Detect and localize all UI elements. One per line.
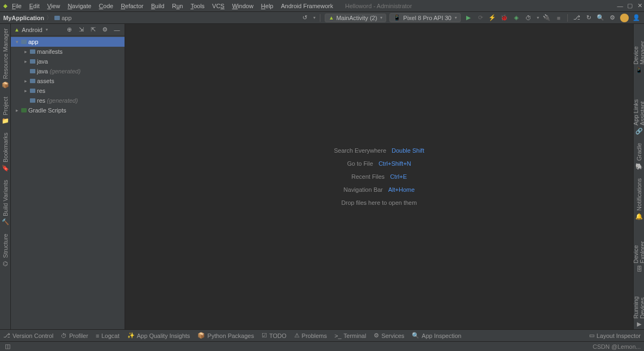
tree-item[interactable]: ▾app — [11, 37, 125, 47]
tool-windows-icon[interactable]: ◫ — [3, 342, 12, 351]
locate-icon[interactable]: ⊕ — [65, 26, 73, 34]
gear-icon[interactable]: ⚙ — [101, 26, 109, 34]
bottom-tab[interactable]: ⎇Version Control — [3, 332, 53, 339]
rail-tab-label: Running Devices — [633, 281, 645, 318]
rail-tab[interactable]: ▶Running Devices — [631, 279, 645, 329]
run-configuration-selector[interactable]: ▲ MainActivity (2) ▾ — [325, 14, 386, 22]
collapse-all-icon[interactable]: ⇱ — [89, 26, 97, 34]
menu-edit[interactable]: Edit — [26, 2, 43, 10]
folder-icon — [30, 69, 35, 73]
project-view-mode[interactable]: ▲ Android ▾ — [14, 27, 61, 33]
gradle-icon — [21, 108, 27, 112]
attach-debugger-button[interactable]: 🔌 — [542, 14, 551, 22]
tree-item[interactable]: ▸java — [11, 57, 125, 66]
expand-arrow-icon[interactable]: ▸ — [23, 88, 28, 93]
ide-logo-icon: ◆ — [3, 3, 8, 9]
tree-item[interactable]: ▸assets — [11, 76, 125, 86]
breadcrumb[interactable]: MyApplication 〉 app — [3, 14, 72, 22]
profile-button[interactable]: ⏱ — [524, 14, 532, 22]
project-view-header: ▲ Android ▾ ⊕ ⇲ ⇱ ⚙ ― — [11, 24, 125, 36]
bottom-tab[interactable]: ⏱Profiler — [61, 333, 88, 339]
tree-item[interactable]: java (generated) — [11, 66, 125, 76]
rail-tab-label: Structure — [2, 234, 9, 258]
rail-tab[interactable]: 📱Device Manager — [631, 26, 645, 76]
expand-arrow-icon[interactable]: ▸ — [23, 78, 28, 84]
project-tree[interactable]: ▾app▸manifests▸javajava (generated)▸asse… — [11, 36, 125, 329]
hide-icon[interactable]: ― — [113, 26, 121, 34]
search-icon[interactable]: 🔍 — [596, 14, 605, 22]
menu-run[interactable]: Run — [169, 2, 186, 10]
rail-tab[interactable]: 🐘Gradle — [635, 141, 643, 172]
apply-changes-button[interactable]: ⟳ — [476, 14, 485, 22]
account-icon[interactable]: 👤 — [632, 14, 641, 22]
settings-icon[interactable]: ⚙ — [608, 14, 617, 22]
expand-arrow-icon[interactable]: ▸ — [14, 108, 20, 113]
bottom-tab[interactable]: 🔍App Inspection — [412, 332, 461, 339]
editor-hint: Go to FileCtrl+Shift+N — [347, 160, 411, 167]
coverage-button[interactable]: ◈ — [512, 14, 521, 22]
layout-inspector-tab[interactable]: ▭ Layout Inspector — [589, 332, 641, 339]
stop-button[interactable]: ■ — [554, 14, 563, 22]
bottom-tab[interactable]: ≡Logcat — [96, 333, 119, 339]
bottom-tab[interactable]: 📦Python Packages — [197, 332, 254, 339]
git-icon[interactable]: ⎇ — [572, 14, 581, 22]
hint-label: Drop files here to open them — [342, 199, 417, 206]
avatar[interactable] — [620, 14, 629, 22]
debug-button[interactable]: 🐞 — [500, 14, 509, 22]
menu-tools[interactable]: Tools — [187, 2, 208, 10]
expand-arrow-icon[interactable]: ▸ — [23, 49, 28, 54]
rail-tab[interactable]: 📦Resource Manager — [1, 26, 10, 90]
menu-window[interactable]: Window — [229, 2, 257, 10]
expand-all-icon[interactable]: ⇲ — [77, 26, 85, 34]
bottom-tab-icon: ⎇ — [3, 332, 10, 339]
apply-code-button[interactable]: ⚡ — [488, 14, 497, 22]
rail-tab[interactable]: ⌬Structure — [1, 231, 10, 269]
menu-help[interactable]: Help — [258, 2, 277, 10]
tree-item[interactable]: ▸res — [11, 86, 125, 96]
chevron-down-icon[interactable]: ▾ — [313, 15, 315, 20]
bottom-tab[interactable]: ⚠Problems — [294, 332, 327, 339]
tree-item[interactable]: ▸Gradle Scripts — [11, 105, 125, 115]
rail-tab-label: Notifications — [636, 178, 642, 211]
breadcrumb-module-label: app — [61, 15, 71, 21]
menu-code[interactable]: Code — [96, 2, 116, 10]
breadcrumb-project[interactable]: MyApplication — [3, 15, 44, 21]
empty-editor[interactable]: Search EverywhereDouble ShiftGo to FileC… — [125, 24, 633, 329]
main-toolbar: MyApplication 〉 app ↺ ▾ ▲ MainActivity (… — [0, 12, 644, 24]
update-icon[interactable]: ↻ — [584, 14, 593, 22]
bottom-tab-icon: ⚠ — [294, 332, 300, 339]
bottom-tab[interactable]: ☑TODO — [262, 332, 287, 339]
bottom-tab[interactable]: >_Terminal — [335, 333, 366, 339]
device-selector[interactable]: 📱 Pixel 8 Pro API 30 ▾ — [389, 13, 461, 22]
menu-vcs[interactable]: VCS — [209, 2, 228, 10]
rail-tab[interactable]: 🔖Bookmarks — [1, 130, 10, 173]
menu-android-framework[interactable]: Android Framework — [277, 2, 336, 10]
tree-item[interactable]: res (generated) — [11, 96, 125, 105]
menu-file[interactable]: File — [9, 2, 25, 10]
rail-tab[interactable]: 🔨Build Variants — [1, 178, 10, 227]
expand-arrow-icon[interactable]: ▾ — [14, 39, 20, 45]
breadcrumb-module[interactable]: app — [54, 15, 71, 21]
expand-arrow-icon[interactable]: ▸ — [23, 59, 28, 64]
bottom-tab-label: App Inspection — [422, 333, 461, 339]
minimize-button[interactable]: ― — [616, 2, 624, 10]
rail-tab[interactable]: 🗄Device Explorer — [631, 226, 645, 274]
menu-view[interactable]: View — [44, 2, 64, 10]
menu-refactor[interactable]: Refactor — [117, 2, 147, 10]
menu-build[interactable]: Build — [148, 2, 168, 10]
hint-shortcut: Double Shift — [392, 147, 424, 154]
sync-icon[interactable]: ↺ — [300, 14, 309, 22]
rail-tab[interactable]: 📁Project — [1, 95, 10, 126]
menu-navigate[interactable]: Navigate — [64, 2, 94, 10]
maximize-button[interactable]: ▢ — [626, 2, 634, 10]
rail-tab[interactable]: 🔗App Links Assistant — [631, 80, 645, 136]
chevron-down-icon: ▾ — [380, 15, 382, 20]
close-button[interactable]: ✕ — [635, 2, 644, 10]
run-button[interactable]: ▶ — [464, 14, 473, 22]
rail-tab[interactable]: 🔔Notifications — [635, 176, 643, 222]
bottom-tab[interactable]: ⚙Services — [374, 332, 404, 339]
chevron-down-icon[interactable]: ▾ — [537, 15, 539, 20]
rail-tab-label: Gradle — [636, 143, 642, 161]
bottom-tab[interactable]: ✨App Quality Insights — [127, 332, 190, 339]
tree-item[interactable]: ▸manifests — [11, 47, 125, 57]
